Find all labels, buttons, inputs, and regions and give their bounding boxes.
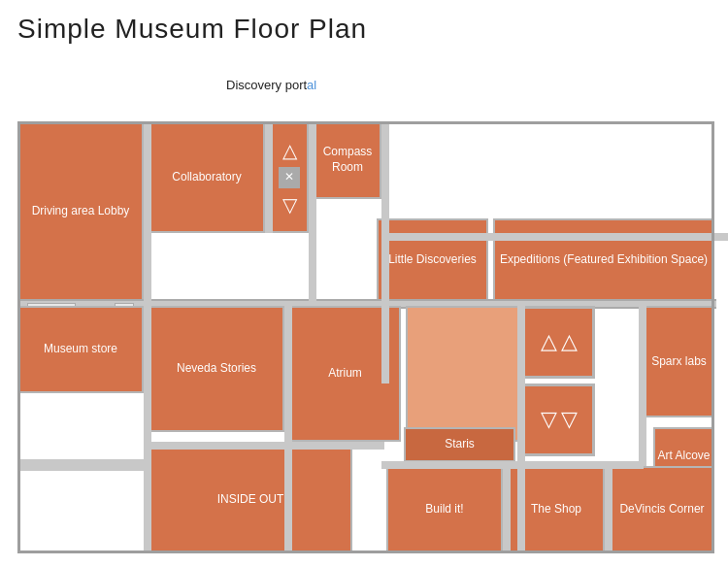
room-nevada-stories: Neveda Stories — [149, 306, 284, 432]
room-inside-out: INSIDE OUT — [149, 447, 352, 553]
room-restroom-lower: ▽ ▽ — [522, 384, 595, 456]
room-collaboratory: Collaboratory — [149, 121, 265, 233]
room-driving-lobby: Driving area Lobby — [17, 121, 144, 301]
wall-v1 — [144, 121, 151, 301]
discovery-portal-highlight: al — [307, 78, 316, 92]
floor-plan: Discovery portal Driving area Lobby Coll… — [17, 78, 714, 553]
restroom-icons-upper: △ △ — [541, 328, 578, 356]
wall-v6 — [284, 306, 292, 553]
room-build-it: Build it! — [386, 466, 503, 553]
female-icon: △ — [561, 328, 578, 356]
room-museum-store: Museum store — [17, 306, 144, 393]
discovery-portal-label: Discovery portal — [226, 78, 316, 92]
wall-v5 — [144, 306, 151, 553]
wall-v4 — [381, 121, 389, 384]
bottom-corridor-left — [17, 459, 149, 471]
restroom-icons-lower: ▽ ▽ — [541, 406, 578, 434]
corridor-middle — [406, 306, 520, 442]
wall-h-mid — [381, 233, 728, 241]
room-devincis-corner: DeVincis Corner — [610, 466, 714, 553]
person-icon-bottom: ▽ — [282, 192, 297, 217]
room-restroom-upper: △ △ — [522, 306, 595, 379]
wall-v7 — [517, 306, 525, 553]
wall-v-shop — [503, 461, 511, 553]
page-title: Simple Museum Floor Plan — [17, 14, 367, 45]
room-sparx-labs: Sparx labs — [644, 306, 714, 417]
wall-v2 — [265, 121, 273, 233]
female-icon-lower: ▽ — [561, 406, 578, 434]
male-icon-lower: ▽ — [541, 406, 557, 434]
wall-v3 — [309, 121, 316, 301]
male-icon: △ — [541, 328, 557, 356]
room-stairs: Staris — [404, 427, 515, 462]
wall-v-devincis — [605, 461, 612, 553]
room-expeditions: Expeditions (Featured Exhibition Space) — [493, 218, 714, 301]
wall-h-inside — [144, 442, 384, 450]
room-discovery-portal: △ ✕ ▽ — [270, 121, 309, 233]
room-little-discoveries: Little Discoveries — [377, 218, 488, 301]
elevator-icon: ✕ — [279, 167, 300, 188]
wall-v8 — [639, 306, 646, 466]
person-icon-top: △ — [282, 138, 297, 163]
room-compass-room: Compass Room — [314, 121, 381, 199]
